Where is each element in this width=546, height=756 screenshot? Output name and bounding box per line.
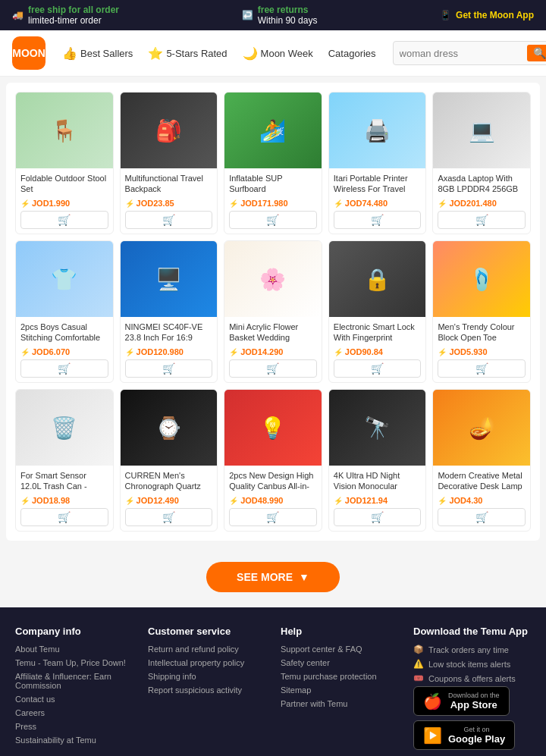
product-price: ⚡ JOD74.480 [334, 199, 422, 208]
truck-icon: 🚚 [12, 10, 24, 20]
footer-link[interactable]: Sustainability at Temu [15, 736, 133, 745]
footer-link[interactable]: Contact us [15, 695, 133, 704]
footer-link[interactable]: Partner with Temu [281, 699, 398, 708]
add-to-cart-button[interactable]: 🛒 [229, 211, 317, 229]
footer-link[interactable]: Safety center [281, 658, 398, 667]
product-name: Foldable Outdoor Stool Set [20, 173, 108, 196]
product-card[interactable]: 💡 2pcs New Design High Quality Canbus Al… [224, 389, 322, 532]
product-card[interactable]: 🏄 Inflatable SUP Surfboard ⚡ JOD171.980 … [224, 92, 322, 234]
footer-link[interactable]: About Temu [15, 645, 133, 654]
ship-label: free ship for all order [28, 5, 119, 15]
product-price: ⚡ JOD4.30 [438, 496, 526, 505]
search-input[interactable] [400, 48, 527, 59]
add-to-cart-button[interactable]: 🛒 [229, 508, 317, 526]
product-name: 2pcs New Design High Quality Canbus All-… [229, 470, 317, 493]
apple-icon: 🍎 [423, 692, 442, 711]
add-to-cart-button[interactable]: 🛒 [125, 211, 213, 229]
add-to-cart-button[interactable]: 🛒 [438, 211, 526, 229]
price-icon: ⚡ [334, 497, 343, 505]
product-image: 👕 [16, 241, 113, 317]
app-store-name: App Store [448, 699, 500, 711]
price-icon: ⚡ [20, 497, 30, 505]
add-to-cart-button[interactable]: 🛒 [125, 508, 213, 526]
product-card[interactable]: 🪑 Foldable Outdoor Stool Set ⚡ JOD1.990 … [15, 92, 114, 234]
footer-link[interactable]: Temu purchase protection [281, 672, 398, 681]
product-card[interactable]: ⌚ CURREN Men's Chronograph Quartz Watch … [120, 389, 218, 532]
nav-items: 👍 Best Sallers ⭐ 5-Stars Rated 🌙 Moon We… [55, 42, 384, 65]
product-card[interactable]: 🌸 Mini Acrylic Flower Basket Wedding Cen… [224, 240, 322, 383]
add-to-cart-button[interactable]: 🛒 [20, 359, 108, 378]
product-price: ⚡ JOD6.070 [20, 347, 108, 356]
app-banner[interactable]: 📱 Get the Moon App [440, 10, 534, 20]
price-value: JOD23.85 [136, 199, 174, 208]
product-card[interactable]: 🩴 Men's Trendy Colour Block Open Toe Bre… [432, 240, 531, 383]
google-play-icon: ▶️ [423, 726, 442, 745]
footer-grid: Company info About Temu Temu - Team Up, … [15, 626, 531, 750]
add-to-cart-button[interactable]: 🛒 [20, 508, 108, 526]
logo[interactable]: MOON [12, 36, 46, 70]
footer-link[interactable]: Press [15, 722, 133, 731]
product-price: ⚡ JOD1.990 [20, 199, 108, 208]
products-section: 🪑 Foldable Outdoor Stool Set ⚡ JOD1.990 … [6, 83, 540, 541]
footer-link[interactable]: Sitemap [281, 685, 398, 695]
product-name: Mini Acrylic Flower Basket Wedding Cente… [229, 322, 317, 344]
product-name: Electronic Smart Lock With Fingerprint R… [334, 322, 422, 344]
product-price: ⚡ JOD23.85 [125, 199, 213, 208]
product-info: Itari Portable Printer Wireless For Trav… [329, 168, 426, 234]
footer-link[interactable]: Temu - Team Up, Price Down! [15, 658, 133, 667]
add-to-cart-button[interactable]: 🛒 [334, 508, 422, 526]
product-card[interactable]: 🖨️ Itari Portable Printer Wireless For T… [328, 92, 427, 234]
add-to-cart-button[interactable]: 🛒 [125, 359, 213, 378]
search-button[interactable]: 🔍 [527, 45, 546, 61]
product-info: CURREN Men's Chronograph Quartz Watch Sp… [121, 466, 218, 531]
app-store-sub: Download on the [448, 692, 500, 699]
product-grid: 🪑 Foldable Outdoor Stool Set ⚡ JOD1.990 … [15, 92, 531, 532]
price-icon: ⚡ [334, 348, 343, 356]
product-card[interactable]: 🪔 Modern Creative Metal Decorative Desk … [432, 389, 531, 532]
footer-link[interactable]: Shipping info [148, 672, 265, 681]
add-to-cart-button[interactable]: 🛒 [334, 211, 422, 229]
product-card[interactable]: 👕 2pcs Boys Casual Stitching Comfortable… [15, 240, 114, 383]
footer-link[interactable]: Report suspicious activity [148, 685, 265, 695]
product-card[interactable]: 💻 Axasda Laptop With 8GB LPDDR4 256GB SS… [432, 92, 531, 234]
coupon-icon: 🎟️ [413, 673, 424, 683]
app-label: Get the Moon App [456, 10, 534, 20]
price-value: JOD6.070 [32, 347, 70, 356]
product-price: ⚡ JOD171.980 [229, 199, 317, 208]
help-title: Help [281, 626, 398, 637]
footer-link[interactable]: Intellectual property policy [148, 658, 265, 667]
product-image: 🪑 [16, 93, 113, 168]
nav-five-stars[interactable]: ⭐ 5-Stars Rated [140, 42, 234, 65]
see-more-section: SEE MORE ▼ [0, 547, 546, 607]
search-box[interactable]: 🔍 [393, 41, 546, 65]
add-to-cart-button[interactable]: 🛒 [334, 359, 422, 378]
product-card[interactable]: 🎒 Multifunctional Travel Backpack ⚡ JOD2… [120, 92, 218, 234]
add-to-cart-button[interactable]: 🛒 [229, 359, 317, 378]
footer-link[interactable]: Affiliate & Influencer: Earn Commission [15, 672, 133, 690]
add-to-cart-button[interactable]: 🛒 [438, 359, 526, 378]
product-card[interactable]: 🔭 4K Ultra HD Night Vision Monocular ⚡ J… [328, 389, 427, 532]
add-to-cart-button[interactable]: 🛒 [438, 508, 526, 526]
footer-link[interactable]: Careers [15, 708, 133, 717]
footer-app: Download the Temu App 📦 Track orders any… [413, 626, 531, 750]
nav-best-sellers[interactable]: 👍 Best Sallers [55, 42, 140, 65]
app-features: 📦 Track orders any time ⚠️ Low stock ite… [413, 645, 531, 683]
footer-link[interactable]: Return and refund policy [148, 645, 265, 654]
app-store-button[interactable]: 🍎 Download on the App Store [413, 686, 510, 716]
product-image: 🩴 [433, 241, 530, 317]
nav-moon-week[interactable]: 🌙 Moon Week [235, 42, 321, 65]
add-to-cart-button[interactable]: 🛒 [20, 211, 108, 229]
product-card[interactable]: 🖥️ NINGMEI SC40F-VE 23.8 Inch For 16:9 ⚡… [120, 240, 218, 383]
product-card[interactable]: 🔒 Electronic Smart Lock With Fingerprint… [328, 240, 427, 383]
moon-icon: 🌙 [243, 46, 258, 61]
feature-3: 🎟️ Coupons & offers alerts [413, 673, 531, 683]
product-image: 🗑️ [16, 390, 113, 466]
product-info: 2pcs New Design High Quality Canbus All-… [224, 466, 322, 531]
nav-categories[interactable]: Catagories [321, 43, 384, 64]
price-icon: ⚡ [334, 199, 343, 208]
product-card[interactable]: 🗑️ For Smart Sensor 12.0L Trash Can - Au… [15, 389, 114, 532]
footer-link[interactable]: Support center & FAQ [281, 645, 398, 654]
footer-company: Company info About Temu Temu - Team Up, … [15, 626, 133, 750]
see-more-button[interactable]: SEE MORE ▼ [206, 562, 340, 592]
google-play-button[interactable]: ▶️ Get it on Google Play [413, 720, 515, 750]
